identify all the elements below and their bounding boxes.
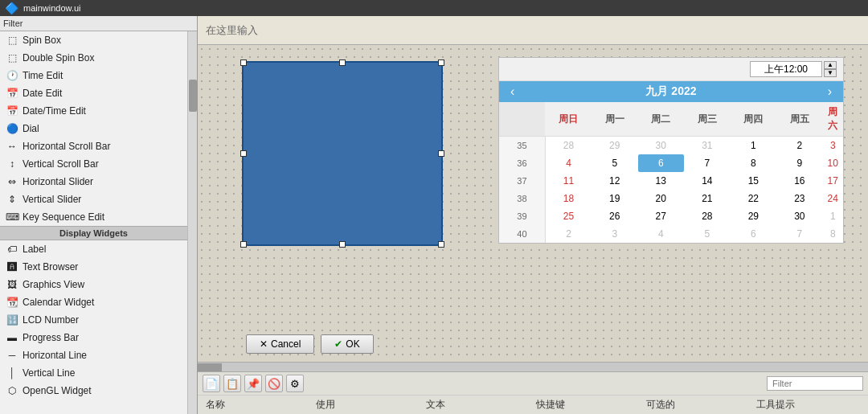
- calendar-day[interactable]: 10: [823, 154, 843, 172]
- calendar-day[interactable]: 17: [823, 172, 843, 190]
- toolbar-filter-input[interactable]: [767, 376, 863, 391]
- resize-handle-mr[interactable]: [438, 150, 444, 157]
- calendar-day[interactable]: 20: [638, 190, 685, 207]
- calendar-day[interactable]: 2: [545, 225, 592, 243]
- calendar-day[interactable]: 1: [823, 207, 843, 225]
- sidebar-item-progress-bar[interactable]: ▬ Progress Bar: [0, 329, 187, 346]
- sidebar-item-text-browser[interactable]: 🅰 Text Browser: [0, 258, 187, 276]
- blue-rect[interactable]: [242, 61, 443, 246]
- col-text: 文本: [423, 397, 533, 412]
- calendar-day[interactable]: 7: [776, 225, 823, 243]
- calendar-day[interactable]: 8: [731, 154, 777, 172]
- calendar-day[interactable]: 12: [592, 172, 638, 190]
- calendar-day[interactable]: 4: [638, 225, 685, 243]
- calendar-day[interactable]: 11: [545, 172, 592, 190]
- ok-button[interactable]: ✔ OK: [321, 334, 373, 354]
- resize-handle-br[interactable]: [438, 241, 444, 248]
- toolbar-icon-paste[interactable]: 📌: [244, 375, 262, 392]
- sidebar-item-label[interactable]: 🏷 Label: [0, 240, 187, 258]
- calendar-day[interactable]: 18: [545, 190, 592, 207]
- sidebar-scrollbar-thumb[interactable]: [189, 80, 197, 112]
- cal-next-button[interactable]: ›: [825, 84, 835, 99]
- calendar-day[interactable]: 22: [731, 190, 777, 207]
- calendar-day[interactable]: 30: [776, 207, 823, 225]
- sidebar-list: ⬚ Spin Box ⬚ Double Spin Box 🕐 Time Edit…: [0, 31, 187, 414]
- sidebar-item-vslider[interactable]: ⇕ Vertical Slider: [0, 191, 187, 208]
- calendar-day[interactable]: 6: [638, 154, 685, 172]
- calendar-day[interactable]: 19: [592, 190, 638, 207]
- resize-handle-bl[interactable]: [240, 241, 247, 248]
- calendar-day[interactable]: 5: [684, 225, 731, 243]
- sidebar-scrollbar[interactable]: [187, 31, 197, 414]
- week-number: 37: [499, 172, 545, 190]
- sidebar-item-hslider[interactable]: ⇔ Horizontal Slider: [0, 173, 187, 191]
- opengl-icon: ⬡: [5, 383, 19, 398]
- time-down-button[interactable]: ▼: [824, 69, 837, 77]
- sidebar-item-double-spin-box[interactable]: ⬚ Double Spin Box: [0, 49, 187, 67]
- cal-prev-button[interactable]: ‹: [507, 84, 518, 99]
- calendar-day[interactable]: 1: [731, 137, 777, 155]
- sidebar-item-lcd-number[interactable]: 🔢 LCD Number: [0, 311, 187, 329]
- calendar-day[interactable]: 5: [592, 154, 638, 172]
- sidebar: Filter ⬚ Spin Box ⬚ Double Spin Box 🕐 Ti…: [0, 16, 198, 414]
- sidebar-item-vscroll[interactable]: ↕ Vertical Scroll Bar: [0, 155, 187, 173]
- calendar-day[interactable]: 26: [592, 207, 638, 225]
- week-number: 38: [499, 190, 545, 207]
- calendar-day[interactable]: 27: [638, 207, 685, 225]
- calendar-header: ‹ 九月 2022 ›: [499, 81, 843, 102]
- sidebar-item-hscroll[interactable]: ↔ Horizontal Scroll Bar: [0, 137, 187, 155]
- canvas-hscroll[interactable]: [198, 362, 868, 371]
- calendar-day[interactable]: 7: [684, 154, 731, 172]
- calendar-day[interactable]: 25: [545, 207, 592, 225]
- canvas-hscroll-thumb[interactable]: [198, 363, 222, 371]
- sidebar-item-graphics-view[interactable]: 🖼 Graphics View: [0, 276, 187, 293]
- calendar-day[interactable]: 29: [592, 137, 638, 155]
- calendar-day[interactable]: 6: [731, 225, 777, 243]
- sidebar-item-datetime-edit[interactable]: 📅 Date/Time Edit: [0, 102, 187, 120]
- calendar-day[interactable]: 23: [776, 190, 823, 207]
- calendar-day[interactable]: 28: [684, 207, 731, 225]
- lcd-number-icon: 🔢: [5, 313, 19, 327]
- col-shortcut: 快捷键: [533, 397, 643, 412]
- calendar-day[interactable]: 9: [776, 154, 823, 172]
- calendar-day[interactable]: 2: [776, 137, 823, 155]
- calendar-day[interactable]: 4: [545, 154, 592, 172]
- calendar-day[interactable]: 3: [823, 137, 843, 155]
- toolbar-icon-delete[interactable]: 🚫: [265, 375, 283, 392]
- calendar-day[interactable]: 31: [684, 137, 731, 155]
- toolbar-icon-settings[interactable]: ⚙: [286, 375, 304, 392]
- resize-handle-tr[interactable]: [438, 59, 444, 66]
- sidebar-item-opengl[interactable]: ⬡ OpenGL Widget: [0, 382, 187, 400]
- calendar-day[interactable]: 14: [684, 172, 731, 190]
- time-input[interactable]: [750, 61, 822, 77]
- calendar-day[interactable]: 8: [823, 225, 843, 243]
- sidebar-item-hline[interactable]: ─ Horizontal Line: [0, 346, 187, 364]
- sidebar-item-vline[interactable]: │ Vertical Line: [0, 364, 187, 382]
- sidebar-item-date-edit[interactable]: 📅 Date Edit: [0, 84, 187, 102]
- resize-handle-tl[interactable]: [240, 59, 247, 66]
- calendar-day[interactable]: 30: [638, 137, 685, 155]
- col-header-mon: 周一: [592, 102, 638, 137]
- sidebar-item-spin-box[interactable]: ⬚ Spin Box: [0, 31, 187, 49]
- calendar-day[interactable]: 13: [638, 172, 685, 190]
- calendar-day[interactable]: 24: [823, 190, 843, 207]
- calendar-day[interactable]: 16: [776, 172, 823, 190]
- resize-handle-tc[interactable]: [339, 59, 346, 66]
- cancel-button[interactable]: ✕ Cancel: [246, 334, 314, 354]
- resize-handle-ml[interactable]: [240, 150, 247, 157]
- calendar-day[interactable]: 3: [592, 225, 638, 243]
- sidebar-item-time-edit[interactable]: 🕐 Time Edit: [0, 67, 187, 84]
- calendar-day[interactable]: 28: [545, 137, 592, 155]
- time-up-button[interactable]: ▲: [824, 61, 837, 69]
- calendar-day[interactable]: 29: [731, 207, 777, 225]
- toolbar-icon-new[interactable]: 📄: [203, 375, 220, 392]
- sidebar-item-dial[interactable]: 🔵 Dial: [0, 120, 187, 137]
- col-header-sat: 周六: [823, 102, 843, 137]
- toolbar-icon-copy[interactable]: 📋: [223, 375, 241, 392]
- sidebar-item-key-seq[interactable]: ⌨ Key Sequence Edit: [0, 208, 187, 226]
- vslider-icon: ⇕: [5, 192, 19, 207]
- resize-handle-bc[interactable]: [339, 241, 346, 248]
- sidebar-item-calendar-widget[interactable]: 📆 Calendar Widget: [0, 293, 187, 311]
- calendar-day[interactable]: 15: [731, 172, 777, 190]
- calendar-day[interactable]: 21: [684, 190, 731, 207]
